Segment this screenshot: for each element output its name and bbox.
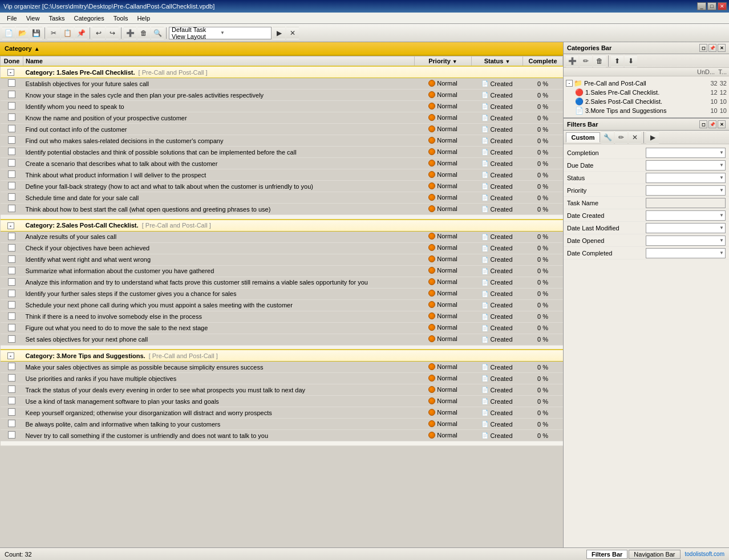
task-done-0-0[interactable] [1,78,23,90]
table-row[interactable]: Set sales objectives for your next phone… [1,334,563,345]
table-row[interactable]: Make your sales objectives as simple as … [1,362,563,373]
filter-add[interactable]: 🔧 [601,131,614,144]
task-checkbox-2-0[interactable] [8,363,15,370]
table-row[interactable]: Find out contact info of the customer No… [1,124,563,135]
filter-button[interactable]: 🔍 [151,27,164,39]
cat-delete[interactable]: 🗑 [593,55,606,67]
filter-dropdown-0[interactable]: ▼ [646,148,726,158]
task-done-1-5[interactable] [1,288,23,299]
task-checkbox-1-8[interactable] [8,324,15,331]
task-done-2-5[interactable] [1,419,23,430]
category-row-0[interactable]: - Category: 1.Sales Pre-Call Checklist. … [1,66,563,78]
task-done-1-4[interactable] [1,277,23,288]
task-done-1-7[interactable] [1,311,23,322]
table-row[interactable]: Summarize what information about the cus… [1,265,563,277]
layout-dropdown[interactable]: Default Task View Layout ▼ [169,27,272,39]
copy-button[interactable]: 📋 [61,27,74,39]
cat-move-down[interactable]: ⬇ [625,55,637,67]
task-done-1-2[interactable] [1,254,23,265]
filter-delete[interactable]: ✕ [629,131,641,144]
table-row[interactable]: Use priorities and ranks if you have mul… [1,373,563,384]
cat-expand-btn-1[interactable]: - [7,222,14,229]
menu-help[interactable]: Help [132,14,155,23]
filter-apply[interactable]: ▶ [646,131,659,144]
table-row[interactable]: Think about what product information I w… [1,169,563,181]
table-row[interactable]: Find out who makes sales-related decisio… [1,135,563,147]
task-done-0-1[interactable] [1,90,23,101]
filters-bar-restore[interactable]: ◻ [699,120,707,128]
table-row[interactable]: Think if there is a need to involve some… [1,311,563,322]
task-checkbox-2-6[interactable] [8,431,15,439]
task-scroll-container[interactable]: Done Name Priority ▼ Status ▼ Complete [0,56,563,547]
task-done-2-2[interactable] [1,384,23,396]
table-row[interactable]: Analyze results of your sales call Norma… [1,231,563,242]
task-checkbox-0-8[interactable] [8,171,15,178]
status-filter-icon[interactable]: ▼ [505,59,510,64]
table-row[interactable]: Identify whom you need to speak to Norma… [1,101,563,112]
table-row[interactable]: Think about how to best start the call (… [1,204,563,215]
cat-expand-cell-0[interactable]: - [1,66,23,78]
bottom-tab-navigation[interactable]: Navigation Bar [629,550,680,559]
task-done-0-4[interactable] [1,124,23,135]
table-row[interactable]: Never try to call something if the custo… [1,430,563,441]
filter-dropdown-7[interactable]: ▼ [646,236,726,246]
task-done-1-6[interactable] [1,299,23,311]
filters-bar-close[interactable]: ✕ [718,120,726,128]
task-done-1-8[interactable] [1,322,23,334]
task-done-2-0[interactable] [1,362,23,373]
cat-expand-cell-1[interactable]: - [1,220,23,232]
task-checkbox-1-0[interactable] [8,233,15,240]
col-header-priority[interactable]: Priority ▼ [415,56,472,67]
task-checkbox-2-3[interactable] [8,397,15,404]
filter-dropdown-6[interactable]: ▼ [646,223,726,233]
task-done-2-6[interactable] [1,430,23,441]
table-row[interactable]: Check if your objectives have been achie… [1,242,563,254]
categories-bar-restore[interactable]: ◻ [699,44,707,52]
menu-tasks[interactable]: Tasks [44,14,69,23]
task-done-1-9[interactable] [1,334,23,345]
menu-view[interactable]: View [22,14,44,23]
col-header-name[interactable]: Name [23,56,415,67]
layout-apply[interactable]: ▶ [273,27,285,39]
cat-expand-btn-0[interactable]: - [7,69,14,76]
task-done-0-6[interactable] [1,147,23,158]
paste-button[interactable]: 📌 [75,27,87,39]
table-row[interactable]: Use a kind of task management software t… [1,396,563,407]
task-done-2-3[interactable] [1,396,23,407]
task-done-0-10[interactable] [1,192,23,204]
task-checkbox-1-3[interactable] [8,267,15,274]
table-row[interactable]: Schedule time and date for your sale cal… [1,192,563,204]
new-button[interactable]: 📄 [2,27,15,39]
table-row[interactable]: Schedule your next phone call during whi… [1,299,563,311]
table-row[interactable]: Define your fall-back strategy (how to a… [1,181,563,192]
task-checkbox-0-1[interactable] [8,91,15,98]
task-done-0-11[interactable] [1,204,23,215]
category-sort-icon[interactable]: ▲ [34,46,40,52]
task-done-0-8[interactable] [1,169,23,181]
table-row[interactable]: Keep yourself organized; otherwise your … [1,407,563,419]
category-row-1[interactable]: - Category: 2.Sales Post-Call Checklist.… [1,220,563,232]
task-checkbox-0-9[interactable] [8,182,15,189]
cat-tree-item-0[interactable]: 🔴 1.Sales Pre-Call Checklist. 12 12 [564,88,729,97]
layout-delete[interactable]: ✕ [286,27,299,39]
task-checkbox-0-2[interactable] [8,102,15,109]
task-checkbox-0-4[interactable] [8,125,15,132]
task-checkbox-0-11[interactable] [8,205,15,212]
cat-tree-expand-root[interactable]: - [566,80,573,87]
task-checkbox-2-4[interactable] [8,408,15,416]
task-checkbox-1-7[interactable] [8,313,15,320]
table-row[interactable]: Establish objectives for your future sal… [1,78,563,90]
task-done-2-4[interactable] [1,407,23,419]
add-task-button[interactable]: ➕ [124,27,136,39]
filters-bar-pin[interactable]: 📌 [708,120,716,128]
cat-expand-btn-2[interactable]: - [7,352,14,359]
category-row-2[interactable]: - Category: 3.More Tips and Suggestions.… [1,350,563,362]
save-button[interactable]: 💾 [30,27,42,39]
task-checkbox-1-1[interactable] [8,244,15,251]
menu-categories[interactable]: Categories [70,14,109,23]
task-done-0-2[interactable] [1,101,23,112]
undo-button[interactable]: ↩ [92,27,105,39]
task-done-0-5[interactable] [1,135,23,147]
task-checkbox-1-9[interactable] [8,335,15,343]
table-row[interactable]: Be always polite, calm and informative w… [1,419,563,430]
